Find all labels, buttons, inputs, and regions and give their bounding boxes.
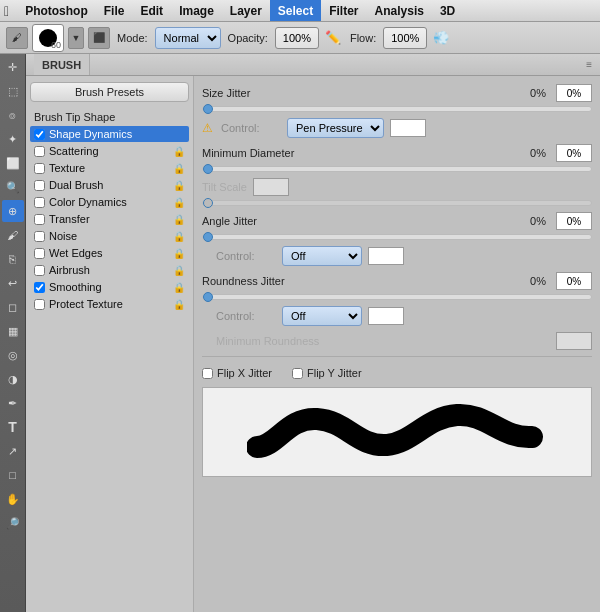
- checkbox-noise[interactable]: [34, 231, 45, 242]
- size-control-select[interactable]: Pen Pressure: [287, 118, 384, 138]
- checkbox-dual-brush[interactable]: [34, 180, 45, 191]
- brush-panel: BRUSH ≡ Brush Presets Brush Tip Shape Sh…: [26, 54, 600, 612]
- label-protect-texture: Protect Texture: [49, 298, 123, 310]
- toolbar-gradient[interactable]: ▦: [2, 320, 24, 342]
- panel-menu-btn[interactable]: ≡: [586, 59, 592, 70]
- list-item-protect-texture[interactable]: Protect Texture 🔒: [30, 296, 189, 312]
- brush-preview: [202, 387, 592, 477]
- tilt-scale-slider: [202, 200, 592, 206]
- list-item-smoothing[interactable]: Smoothing 🔒: [30, 279, 189, 295]
- lock-icon-noise: 🔒: [173, 231, 185, 242]
- menu-filter[interactable]: Filter: [321, 0, 366, 21]
- menu-select[interactable]: Select: [270, 0, 321, 21]
- checkbox-smoothing[interactable]: [34, 282, 45, 293]
- angle-jitter-row: Angle Jitter 0%: [202, 212, 592, 230]
- toolbar-blur[interactable]: ◎: [2, 344, 24, 366]
- mode-select[interactable]: Normal: [155, 27, 221, 49]
- lock-icon-airbrush: 🔒: [173, 265, 185, 276]
- flip-y-checkbox[interactable]: [292, 368, 303, 379]
- tool-icon[interactable]: 🖌: [6, 27, 28, 49]
- roundness-control-select[interactable]: Off: [282, 306, 362, 326]
- lock-icon-scattering: 🔒: [173, 146, 185, 157]
- list-item-shape-dynamics[interactable]: Shape Dynamics: [30, 126, 189, 142]
- toolbar-hand[interactable]: ✋: [2, 488, 24, 510]
- toolbar-pen[interactable]: ✒: [2, 392, 24, 414]
- label-texture: Texture: [49, 162, 85, 174]
- checkbox-color-dynamics[interactable]: [34, 197, 45, 208]
- checkbox-texture[interactable]: [34, 163, 45, 174]
- roundness-control-input[interactable]: [368, 307, 404, 325]
- checkbox-shape-dynamics[interactable]: [34, 129, 45, 140]
- min-roundness-input[interactable]: [556, 332, 592, 350]
- toolbar-crop[interactable]: ⬜: [2, 152, 24, 174]
- brush-panel-content: Brush Presets Brush Tip Shape Shape Dyna…: [26, 76, 600, 612]
- apple-menu[interactable]: : [4, 3, 9, 19]
- menu-edit[interactable]: Edit: [132, 0, 171, 21]
- min-diameter-slider[interactable]: [202, 166, 592, 172]
- opacity-value[interactable]: 100%: [275, 27, 319, 49]
- roundness-jitter-input[interactable]: [556, 272, 592, 290]
- toolbar-type[interactable]: T: [2, 416, 24, 438]
- angle-control-select[interactable]: Off: [282, 246, 362, 266]
- toolbar-path[interactable]: ↗: [2, 440, 24, 462]
- brush-presets-button[interactable]: Brush Presets: [30, 82, 189, 102]
- toolbar-brush[interactable]: 🖌: [2, 224, 24, 246]
- toolbar-zoom[interactable]: 🔎: [2, 512, 24, 534]
- toolbar-magic-wand[interactable]: ✦: [2, 128, 24, 150]
- checkbox-transfer[interactable]: [34, 214, 45, 225]
- min-diameter-value: 0%: [530, 147, 546, 159]
- checkbox-scattering[interactable]: [34, 146, 45, 157]
- size-jitter-input[interactable]: [556, 84, 592, 102]
- menu-3d[interactable]: 3D: [432, 0, 463, 21]
- angle-jitter-input[interactable]: [556, 212, 592, 230]
- checkbox-wet-edges[interactable]: [34, 248, 45, 259]
- menu-analysis[interactable]: Analysis: [367, 0, 432, 21]
- airbrush-icon[interactable]: 💨: [431, 28, 451, 48]
- roundness-jitter-slider[interactable]: [202, 294, 592, 300]
- roundness-jitter-row: Roundness Jitter 0%: [202, 272, 592, 290]
- list-item-airbrush[interactable]: Airbrush 🔒: [30, 262, 189, 278]
- toolbar-clone[interactable]: ⎘: [2, 248, 24, 270]
- toolbar-shape[interactable]: □: [2, 464, 24, 486]
- toolbar-marquee[interactable]: ⬚: [2, 80, 24, 102]
- brush-picker-icon[interactable]: ▼: [68, 27, 84, 49]
- list-item-wet-edges[interactable]: Wet Edges 🔒: [30, 245, 189, 261]
- angle-control-input[interactable]: [368, 247, 404, 265]
- checkbox-protect-texture[interactable]: [34, 299, 45, 310]
- list-item-color-dynamics[interactable]: Color Dynamics 🔒: [30, 194, 189, 210]
- list-item-scattering[interactable]: Scattering 🔒: [30, 143, 189, 159]
- menu-layer[interactable]: Layer: [222, 0, 270, 21]
- tilt-scale-input[interactable]: [253, 178, 289, 196]
- list-item-noise[interactable]: Noise 🔒: [30, 228, 189, 244]
- toggle-icon[interactable]: ⬛: [88, 27, 110, 49]
- brush-size-box[interactable]: 60: [32, 24, 64, 52]
- checkbox-airbrush[interactable]: [34, 265, 45, 276]
- flow-value[interactable]: 100%: [383, 27, 427, 49]
- list-item-transfer[interactable]: Transfer 🔒: [30, 211, 189, 227]
- lock-icon-texture: 🔒: [173, 163, 185, 174]
- menu-file[interactable]: File: [96, 0, 133, 21]
- list-item-dual-brush[interactable]: Dual Brush 🔒: [30, 177, 189, 193]
- opacity-icon[interactable]: ✏️: [323, 28, 343, 48]
- size-jitter-slider[interactable]: [202, 106, 592, 112]
- menu-photoshop[interactable]: Photoshop: [17, 0, 96, 21]
- toolbar-eyedropper[interactable]: 🔍: [2, 176, 24, 198]
- label-color-dynamics: Color Dynamics: [49, 196, 127, 208]
- brush-panel-tab[interactable]: BRUSH: [34, 54, 90, 75]
- min-diameter-input[interactable]: [556, 144, 592, 162]
- toolbar-dodge[interactable]: ◑: [2, 368, 24, 390]
- list-item-texture[interactable]: Texture 🔒: [30, 160, 189, 176]
- menu-image[interactable]: Image: [171, 0, 222, 21]
- toolbar-move[interactable]: ✛: [2, 56, 24, 78]
- opacity-label: Opacity:: [228, 32, 268, 44]
- size-control-input[interactable]: [390, 119, 426, 137]
- toolbar-eraser[interactable]: ◻: [2, 296, 24, 318]
- label-smoothing: Smoothing: [49, 281, 102, 293]
- toolbar-lasso[interactable]: ⌾: [2, 104, 24, 126]
- min-diameter-row: Minimum Diameter 0%: [202, 144, 592, 162]
- label-dual-brush: Dual Brush: [49, 179, 103, 191]
- toolbar-history[interactable]: ↩: [2, 272, 24, 294]
- flip-x-checkbox[interactable]: [202, 368, 213, 379]
- angle-jitter-slider[interactable]: [202, 234, 592, 240]
- toolbar-healing[interactable]: ⊕: [2, 200, 24, 222]
